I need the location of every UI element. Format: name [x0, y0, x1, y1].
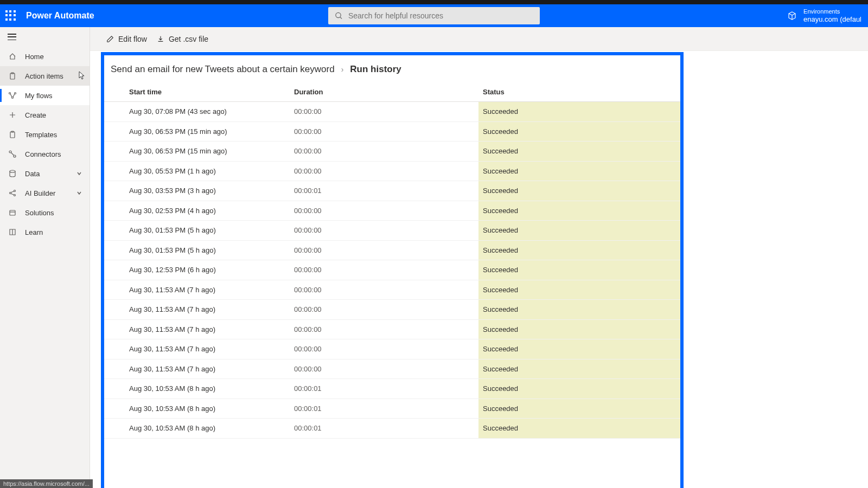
cell-start-time: Aug 30, 06:53 PM (15 min ago) [104, 147, 294, 155]
svg-point-10 [14, 155, 16, 157]
search-container [328, 7, 540, 24]
breadcrumb: Send an email for new Tweets about a cer… [104, 55, 680, 81]
sidebar-item-label: Connectors [25, 150, 61, 158]
cell-status: Succeeded [478, 399, 680, 419]
connector-icon [8, 149, 17, 159]
cell-duration: 00:00:00 [294, 365, 478, 373]
table-row[interactable]: Aug 30, 02:53 PM (4 h ago)00:00:00Succee… [104, 201, 680, 221]
cell-start-time: Aug 30, 11:53 AM (7 h ago) [104, 345, 294, 353]
table-row[interactable]: Aug 30, 06:53 PM (15 min ago)00:00:00Suc… [104, 142, 680, 162]
sidebar-item-data[interactable]: Data [0, 164, 90, 183]
environment-picker[interactable]: Environments enayu.com (defaul [787, 8, 861, 24]
table-row[interactable]: Aug 30, 07:08 PM (43 sec ago)00:00:00Suc… [104, 102, 680, 122]
ai-icon [8, 188, 17, 198]
toolbar: Edit flow Get .csv file [90, 27, 868, 51]
svg-rect-15 [10, 210, 15, 215]
table-row[interactable]: Aug 30, 01:53 PM (5 h ago)00:00:00Succee… [104, 241, 680, 261]
cell-duration: 00:00:00 [294, 127, 478, 136]
cell-status: Succeeded [478, 260, 680, 280]
cell-start-time: Aug 30, 06:53 PM (15 min ago) [104, 127, 294, 136]
cell-status: Succeeded [478, 280, 680, 300]
cell-start-time: Aug 30, 11:53 AM (7 h ago) [104, 325, 294, 333]
table-row[interactable]: Aug 30, 11:53 AM (7 h ago)00:00:00Succee… [104, 280, 680, 300]
cell-status: Succeeded [478, 339, 680, 359]
table-row[interactable]: Aug 30, 11:53 AM (7 h ago)00:00:00Succee… [104, 300, 680, 320]
sidebar-item-label: Learn [25, 228, 43, 236]
cell-duration: 00:00:00 [294, 266, 478, 274]
table-row[interactable]: Aug 30, 11:53 AM (7 h ago)00:00:00Succee… [104, 359, 680, 380]
nav-collapse-button[interactable] [0, 27, 90, 47]
cell-start-time: Aug 30, 07:08 PM (43 sec ago) [104, 107, 294, 115]
app-launcher-icon[interactable] [5, 10, 16, 21]
header: Power Automate Environments enayu.com (d… [0, 4, 868, 27]
pencil-icon [106, 35, 114, 43]
sidebar-item-solutions[interactable]: Solutions [0, 203, 90, 222]
cell-duration: 00:00:00 [294, 147, 478, 155]
sidebar-item-label: Solutions [25, 209, 54, 217]
brand-title[interactable]: Power Automate [26, 11, 94, 21]
environment-icon [787, 11, 797, 21]
cell-status: Succeeded [478, 102, 680, 121]
col-header-status[interactable]: Status [478, 88, 680, 96]
hamburger-icon [8, 34, 16, 40]
sidebar-item-label: Templates [25, 131, 57, 139]
cell-duration: 00:00:00 [294, 246, 478, 254]
cell-status: Succeeded [478, 181, 680, 201]
col-header-start[interactable]: Start time [104, 88, 294, 96]
cell-start-time: Aug 30, 11:53 AM (7 h ago) [104, 305, 294, 313]
table-row[interactable]: Aug 30, 05:53 PM (1 h ago)00:00:00Succee… [104, 162, 680, 182]
cell-start-time: Aug 30, 10:53 AM (8 h ago) [104, 384, 294, 393]
cell-duration: 00:00:00 [294, 305, 478, 313]
sidebar-item-home[interactable]: Home [0, 47, 90, 66]
home-icon [8, 52, 17, 61]
table-row[interactable]: Aug 30, 03:53 PM (3 h ago)00:00:01Succee… [104, 181, 680, 201]
table-row[interactable]: Aug 30, 11:53 AM (7 h ago)00:00:00Succee… [104, 339, 680, 359]
table-row[interactable]: Aug 30, 12:53 PM (6 h ago)00:00:00Succee… [104, 260, 680, 280]
breadcrumb-parent[interactable]: Send an email for new Tweets about a cer… [111, 64, 335, 75]
table-row[interactable]: Aug 30, 10:53 AM (8 h ago)00:00:01Succee… [104, 379, 680, 399]
table-header: Start time Duration Status [104, 81, 680, 102]
cell-start-time: Aug 30, 01:53 PM (5 h ago) [104, 246, 294, 254]
cell-status: Succeeded [478, 201, 680, 221]
table-row[interactable]: Aug 30, 10:53 AM (8 h ago)00:00:01Succee… [104, 399, 680, 419]
col-header-duration[interactable]: Duration [294, 88, 478, 96]
book-icon [8, 227, 17, 237]
sidebar-item-label: Home [25, 53, 44, 61]
edit-flow-button[interactable]: Edit flow [106, 35, 147, 43]
sidebar-item-templates[interactable]: Templates [0, 125, 90, 144]
table-row[interactable]: Aug 30, 01:53 PM (5 h ago)00:00:00Succee… [104, 221, 680, 241]
clipboard-icon [8, 130, 17, 139]
table-row[interactable]: Aug 30, 10:53 AM (8 h ago)00:00:01Succee… [104, 419, 680, 439]
search-input[interactable] [348, 11, 533, 20]
cell-start-time: Aug 30, 10:53 AM (8 h ago) [104, 424, 294, 432]
sidebar-item-connectors[interactable]: Connectors [0, 144, 90, 164]
cell-duration: 00:00:00 [294, 325, 478, 333]
sidebar-item-my-flows[interactable]: My flows [0, 86, 90, 105]
svg-point-9 [9, 151, 11, 153]
sidebar-item-learn[interactable]: Learn [0, 222, 90, 242]
sidebar-item-create[interactable]: Create [0, 105, 90, 125]
sidebar-item-label: Create [25, 111, 46, 119]
sidebar-item-action-items[interactable]: Action items [0, 66, 90, 86]
search-box[interactable] [328, 7, 540, 24]
env-label: Environments [803, 8, 861, 15]
sidebar-item-ai-builder[interactable]: AI Builder [0, 183, 90, 203]
cell-status: Succeeded [478, 379, 680, 399]
sidebar-item-label: Data [25, 170, 40, 178]
get-csv-button[interactable]: Get .csv file [157, 35, 208, 43]
table-row[interactable]: Aug 30, 06:53 PM (15 min ago)00:00:00Suc… [104, 122, 680, 142]
chevron-down-icon [76, 190, 82, 196]
cell-duration: 00:00:00 [294, 345, 478, 353]
cell-duration: 00:00:01 [294, 187, 478, 195]
cell-duration: 00:00:00 [294, 286, 478, 294]
sidebar: HomeAction itemsMy flowsCreateTemplatesC… [0, 27, 90, 488]
svg-point-11 [10, 170, 15, 172]
run-history-panel: Send an email for new Tweets about a cer… [101, 52, 684, 488]
cell-status: Succeeded [478, 142, 680, 161]
cell-start-time: Aug 30, 11:53 AM (7 h ago) [104, 286, 294, 294]
cell-start-time: Aug 30, 01:53 PM (5 h ago) [104, 226, 294, 234]
cell-start-time: Aug 30, 10:53 AM (8 h ago) [104, 404, 294, 413]
cell-duration: 00:00:00 [294, 226, 478, 234]
cell-duration: 00:00:01 [294, 384, 478, 393]
table-row[interactable]: Aug 30, 11:53 AM (7 h ago)00:00:00Succee… [104, 320, 680, 340]
